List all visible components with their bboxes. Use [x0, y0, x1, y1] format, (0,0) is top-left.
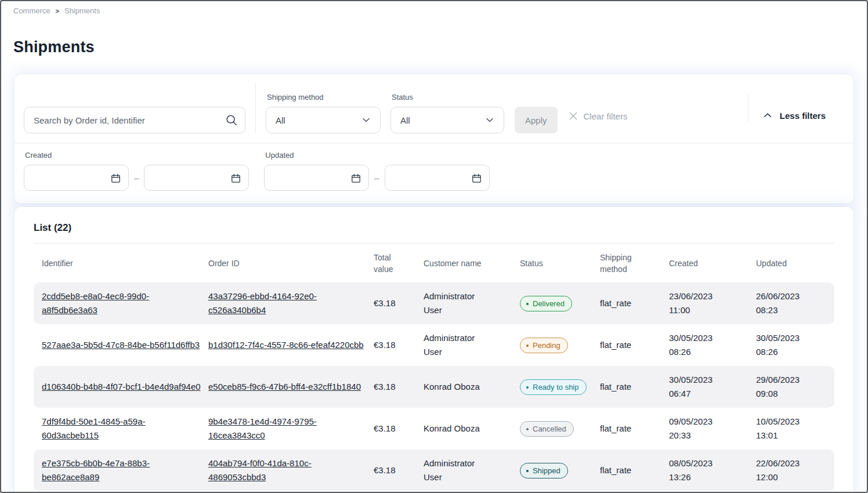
updated-cell: 29/06/2023 09:08 — [756, 373, 826, 401]
identifier-link[interactable]: 527aae3a-5b5d-47c8-84be-b56f11d6ffb3 — [42, 340, 200, 350]
created-time: 20:33 — [669, 429, 749, 443]
status-dot-icon — [526, 303, 529, 305]
table-row: 2cdd5eb8-e8a0-4ec8-99d0-a8f5db6e3a63 43a… — [34, 282, 834, 324]
calendar-icon — [350, 173, 361, 184]
updated-date: 26/06/2023 — [756, 289, 819, 303]
close-icon — [567, 110, 579, 122]
shipping-method-cell: flat_rate — [600, 296, 669, 310]
shipments-page: Commerce > Shipments Shipments Shipping … — [0, 0, 868, 493]
breadcrumb-separator-icon: > — [56, 8, 59, 14]
updated-time: 08:23 — [756, 303, 819, 317]
table-row: 527aae3a-5b5d-47c8-84be-b56f11d6ffb3 b1d… — [34, 324, 834, 366]
identifier-cell: 527aae3a-5b5d-47c8-84be-b56f11d6ffb3 — [42, 338, 208, 352]
status-badge: Shipped — [520, 463, 568, 478]
breadcrumb: Commerce > Shipments — [1, 1, 867, 15]
status-badge: Ready to ship — [520, 379, 587, 395]
customer-name-cell: Administrator User — [424, 331, 520, 359]
status-field: Status All — [390, 93, 504, 133]
updated-filter-label: Updated — [265, 151, 489, 160]
created-date: 09/05/2023 — [669, 415, 749, 429]
updated-cell: 22/06/2023 12:00 — [756, 456, 826, 484]
updated-date: 30/05/2023 — [756, 331, 819, 345]
clear-filters-button[interactable]: Clear filters — [567, 110, 628, 122]
chevron-down-icon — [360, 114, 372, 126]
order-id-cell: 43a37296-ebbd-4164-92e0-c526a340b6b4 — [208, 289, 374, 317]
status-badge-label: Cancelled — [533, 425, 566, 433]
page-title: Shipments — [13, 38, 867, 56]
created-cell: 30/05/2023 08:26 — [669, 331, 756, 359]
breadcrumb-shipments[interactable]: Shipments — [64, 6, 100, 15]
created-from-input[interactable] — [24, 165, 129, 191]
customer-name-cell: Administrator User — [424, 289, 520, 317]
clear-filters-label: Clear filters — [584, 111, 628, 121]
col-header-status: Status — [520, 258, 600, 269]
created-cell: 23/06/2023 11:00 — [669, 289, 756, 317]
order-id-link[interactable]: 404ab794-f0f0-41da-810c-4869053cbbd3 — [208, 458, 312, 482]
table-row: 7df9f4bd-50e1-4845-a59a-60d3acbeb115 9b4… — [34, 408, 834, 449]
order-id-cell: b1d30f12-7f4c-4557-8c66-efeaf4220cbb — [208, 338, 374, 352]
order-id-link[interactable]: 9b4e3478-1e4d-4974-9795-16cea3843cc0 — [208, 416, 317, 440]
updated-from-input[interactable] — [264, 165, 369, 191]
shipping-method-select[interactable]: All — [266, 107, 381, 133]
total-value-cell: €3.18 — [374, 380, 424, 394]
col-header-order-id: Order ID — [208, 258, 374, 269]
status-badge-label: Ready to ship — [533, 383, 579, 392]
apply-button[interactable]: Apply — [515, 107, 558, 133]
table-row: e7e375cb-6b0b-4e7a-88b3-be862ace8a89 404… — [34, 449, 834, 491]
identifier-link[interactable]: d106340b-b4b8-4f07-bcf1-b4e4d9af94e0 — [42, 382, 201, 392]
search-input[interactable] — [24, 107, 245, 133]
status-dot-icon — [526, 470, 529, 472]
updated-date: 29/06/2023 — [756, 373, 819, 387]
updated-time: 13:01 — [756, 429, 819, 443]
status-select[interactable]: All — [390, 107, 504, 133]
updated-cell: 30/05/2023 08:26 — [756, 331, 826, 359]
identifier-link[interactable]: 7df9f4bd-50e1-4845-a59a-60d3acbeb115 — [42, 416, 145, 440]
status-badge-label: Pending — [533, 341, 560, 350]
status-badge-label: Shipped — [533, 466, 560, 475]
filters-panel: Shipping method All Status All — [14, 74, 854, 204]
status-dot-icon — [526, 428, 529, 430]
updated-cell: 26/06/2023 08:23 — [756, 289, 826, 317]
status-cell: Ready to ship — [520, 379, 600, 396]
created-to-input[interactable] — [144, 165, 249, 191]
status-cell: Delivered — [520, 295, 600, 312]
chevron-down-icon — [484, 114, 496, 126]
calendar-icon — [110, 173, 121, 184]
table-header: Identifier Order ID Total value Customer… — [34, 244, 834, 282]
updated-to-input[interactable] — [385, 165, 490, 191]
shipping-method-value: All — [276, 115, 285, 125]
filters-row-dates: Created – — [15, 143, 853, 204]
calendar-icon — [471, 173, 482, 184]
status-badge: Pending — [520, 338, 568, 353]
identifier-cell: e7e375cb-6b0b-4e7a-88b3-be862ace8a89 — [42, 456, 208, 484]
less-filters-toggle[interactable]: Less filters — [762, 110, 826, 121]
shipping-method-label: Shipping method — [267, 93, 381, 102]
created-time: 06:47 — [669, 387, 749, 401]
order-id-link[interactable]: 43a37296-ebbd-4164-92e0-c526a340b6b4 — [208, 291, 317, 315]
less-filters-label: Less filters — [780, 111, 826, 121]
created-time: 13:26 — [669, 470, 749, 484]
created-date-filter: Created – — [24, 151, 249, 191]
created-time: 11:00 — [669, 303, 749, 317]
identifier-cell: 7df9f4bd-50e1-4845-a59a-60d3acbeb115 — [42, 415, 208, 443]
order-id-cell: 404ab794-f0f0-41da-810c-4869053cbbd3 — [208, 456, 374, 484]
order-id-link[interactable]: e50ceb85-f9c6-47b6-bff4-e32cff1b1840 — [208, 382, 361, 392]
status-dot-icon — [526, 345, 529, 347]
col-header-shipping-method: Shipping method — [600, 252, 637, 275]
col-header-identifier: Identifier — [42, 258, 208, 269]
identifier-link[interactable]: e7e375cb-6b0b-4e7a-88b3-be862ace8a89 — [42, 458, 150, 482]
search-box — [24, 107, 245, 133]
order-id-link[interactable]: b1d30f12-7f4c-4557-8c66-efeaf4220cbb — [208, 340, 364, 350]
status-cell: Cancelled — [520, 420, 600, 437]
breadcrumb-commerce[interactable]: Commerce — [13, 6, 50, 15]
list-title: List (22) — [34, 222, 834, 234]
identifier-link[interactable]: 2cdd5eb8-e8a0-4ec8-99d0-a8f5db6e3a63 — [42, 291, 149, 315]
table-row: d106340b-b4b8-4f07-bcf1-b4e4d9af94e0 e50… — [34, 366, 834, 408]
updated-date-filter: Updated – — [264, 151, 489, 191]
col-header-updated: Updated — [756, 258, 826, 269]
col-header-created: Created — [669, 258, 756, 269]
total-value-cell: €3.18 — [374, 422, 424, 436]
shipping-method-cell: flat_rate — [600, 463, 669, 477]
identifier-cell: 2cdd5eb8-e8a0-4ec8-99d0-a8f5db6e3a63 — [42, 289, 208, 317]
created-date: 23/06/2023 — [669, 289, 749, 303]
